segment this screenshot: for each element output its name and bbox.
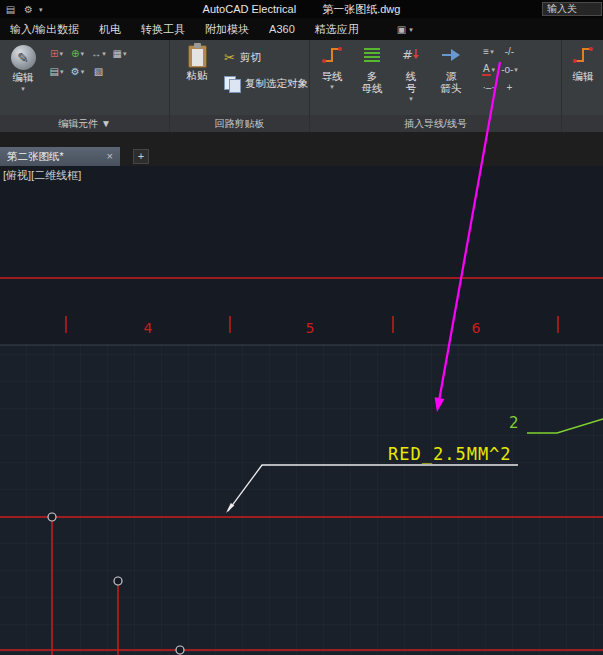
multiple-bus-button[interactable]: 多 母线 [354,42,390,110]
attribute-tools-icon[interactable]: ▦ [111,46,128,61]
ruler-number-6: 6 [472,320,481,336]
window-title: AutoCAD Electrical 第一张图纸.dwg [0,0,603,18]
tab-electromechanical[interactable]: 机电 [89,18,131,40]
wire-tools-row2: A -o- [480,62,518,77]
wire-type-icon[interactable]: ≡ [480,44,497,59]
circuit-builder-icon[interactable]: ▤ [48,64,65,79]
edit-component-tools-row2: ▤ ⚙ ▧ [48,64,128,79]
internal-jumper-icon[interactable]: ⊞ [48,46,65,61]
drawing-tab-bar: 第二张图纸* × + [0,132,603,166]
tab-conversion-tools[interactable]: 转换工具 [131,18,195,40]
edit-wire-icon [572,44,594,70]
copy-selected-button[interactable]: 复制选定对象 [224,76,308,91]
ruler-numbers: 4 5 6 [144,320,481,336]
clipboard-icon [188,45,207,68]
tab-featured-apps[interactable]: 精选应用 [305,18,369,40]
wire-icon [321,44,343,70]
ruler-number-4: 4 [144,320,153,336]
add-rung-icon[interactable]: ·–· [480,80,497,95]
tab-a360[interactable]: A360 [259,18,305,40]
wire-color-label-icon[interactable]: A [480,62,497,77]
add-terminal-icon[interactable]: ⊕ [69,46,86,61]
chevron-down-icon [409,26,413,33]
panel-label-circuit-clipboard[interactable]: 回路剪贴板 [170,115,309,132]
ribbon-options-control[interactable]: ▣ [397,24,413,35]
multiple-bus-icon [361,44,383,70]
drawing-canvas[interactable]: [俯视][二维线框] 4 5 6 [0,166,603,655]
drawing-border[interactable] [0,278,603,333]
source-arrow-button[interactable]: 源 箭头 [432,42,470,110]
ribbon-display-icon: ▣ [397,24,406,35]
source-arrow-icon [440,44,462,70]
ribbon: ✎ 编辑 ⊞ ⊕ ↔ ▦ ▤ ⚙ ▧ [0,40,603,132]
toggle-nc-no-icon[interactable]: ▧ [90,64,107,79]
panel-insert-wires: 导线 多 母线 # 线 号 [310,40,562,132]
document-title: 第一张图纸.dwg [322,2,400,17]
component-settings-icon[interactable]: ⚙ [69,64,86,79]
edit-wire-button[interactable]: 编辑 [565,42,601,110]
panel-edit-wires: 编辑 [562,40,603,132]
panel-label-edit-wires[interactable] [562,115,603,132]
chevron-down-icon [330,83,334,90]
wire-tools-row3: ·–· + [480,80,518,95]
autocad-window: ▤ ⚙ AutoCAD Electrical 第一张图纸.dwg 输入关 输入/… [0,0,603,655]
scissors-icon: ✂ [224,50,235,65]
paste-button[interactable]: 粘贴 [178,42,216,110]
stretch-wire-icon[interactable]: + [501,80,518,95]
ribbon-tab-bar: 输入/输出数据 机电 转换工具 附加模块 A360 精选应用 ▣ [0,18,603,40]
insert-gap-icon[interactable]: -o- [501,62,518,77]
drawing-tab-active[interactable]: 第二张图纸* × [0,147,120,166]
tab-add-ins[interactable]: 附加模块 [195,18,259,40]
svg-text:#: # [402,47,413,62]
wire-number-icon: # [400,44,422,70]
copy-icon [224,76,240,91]
wire-tools-row1: ≡ -/- [480,44,518,59]
close-tab-icon[interactable]: × [107,151,113,162]
swap-block-icon[interactable]: ↔ [90,46,107,61]
grid [0,345,603,655]
cut-button[interactable]: ✂ 剪切 [224,50,261,65]
edit-component-button[interactable]: ✎ 编辑 [4,42,42,110]
insert-wire-button[interactable]: 导线 [314,42,350,110]
edit-pencil-icon: ✎ [11,45,36,70]
wire-number-text[interactable]: 2 [509,414,519,432]
tab-import-export[interactable]: 输入/输出数据 [0,18,89,40]
wire-gauge-label[interactable]: RED_2.5MM^2 [388,444,512,464]
cad-graphics[interactable]: [俯视][二维线框] 4 5 6 [0,166,603,655]
new-drawing-tab-button[interactable]: + [133,149,149,164]
wire-number-button[interactable]: # 线 号 [394,42,428,110]
panel-circuit-clipboard: 粘贴 ✂ 剪切 复制选定对象 回路剪贴板 [170,40,310,132]
trim-wire-icon[interactable]: -/- [501,44,518,59]
chevron-down-icon [21,85,25,92]
ruler-number-5: 5 [306,320,315,336]
viewport-controls-label[interactable]: [俯视][二维线框] [3,169,81,181]
panel-label-edit-components[interactable]: 编辑元件 ▼ [0,115,169,132]
edit-component-tools-row: ⊞ ⊕ ↔ ▦ [48,46,128,61]
app-title: AutoCAD Electrical [203,3,297,15]
panel-label-insert-wires[interactable]: 插入导线/线号 [310,115,561,132]
chevron-down-icon [409,95,413,102]
panel-edit-components: ✎ 编辑 ⊞ ⊕ ↔ ▦ ▤ ⚙ ▧ [0,40,170,132]
drawing-tab-label: 第二张图纸* [7,150,64,164]
title-bar: ▤ ⚙ AutoCAD Electrical 第一张图纸.dwg 输入关 [0,0,603,18]
help-search-input[interactable]: 输入关 [542,2,602,16]
